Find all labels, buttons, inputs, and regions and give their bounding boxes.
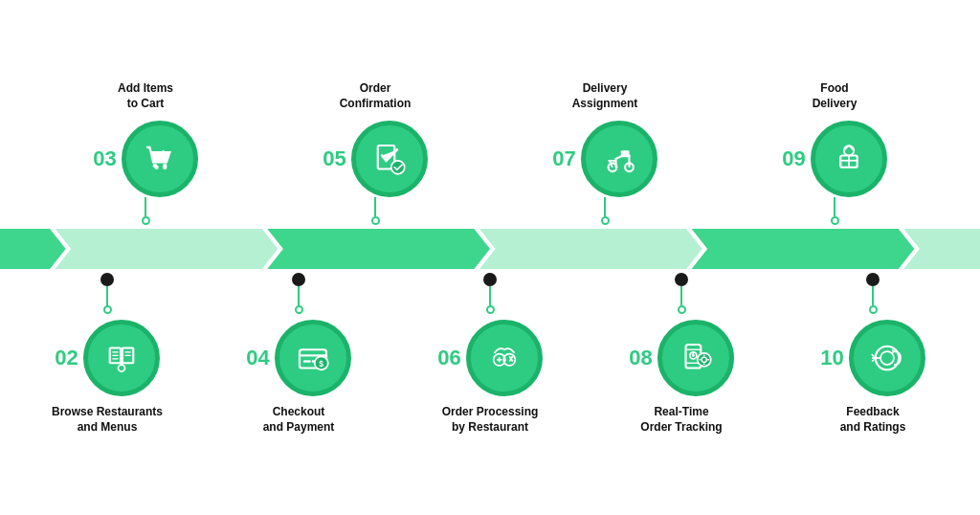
- step-2: 02 Browse Restaur: [45, 269, 169, 435]
- step-5-number: 05: [323, 148, 345, 169]
- step-7-number: 07: [552, 148, 575, 169]
- svg-marker-28: [56, 229, 278, 269]
- step-2-label: Browse Restaurants and Menus: [52, 404, 163, 435]
- step-10-label: Feedback and Ratings: [840, 404, 906, 435]
- svg-point-15: [390, 161, 404, 174]
- step-8-circle: [657, 320, 734, 396]
- step-3-label: Add Items to Cart: [118, 80, 173, 111]
- step-10-number: 10: [820, 347, 843, 369]
- step-9: Food Delivery 09: [772, 80, 897, 229]
- timeline-svg: [0, 229, 980, 269]
- step-6-circle: [466, 320, 543, 396]
- step-2-connector: [100, 273, 114, 314]
- svg-point-67: [880, 351, 894, 365]
- step-8: 08: [619, 269, 744, 435]
- step-4-connector: [292, 273, 305, 314]
- cart-icon: [140, 139, 180, 179]
- step-10: 10 Feedback and Ratings: [811, 269, 935, 435]
- step-9-connector: [831, 197, 839, 225]
- step-7-circle: [581, 121, 657, 197]
- step-7: Delivery Assignment 07: [543, 80, 667, 229]
- svg-marker-27: [0, 229, 66, 269]
- svg-marker-29: [267, 229, 490, 269]
- step-7-label: Delivery Assignment: [572, 80, 638, 111]
- step-10-connector: [866, 273, 880, 314]
- step-5: Order Confirmation 05: [313, 80, 437, 229]
- svg-text:$: $: [319, 359, 323, 369]
- diagram: User Registration and Profile Creation 0…: [0, 80, 980, 436]
- step-9-number: 09: [782, 148, 805, 169]
- step-5-label: Order Confirmation: [340, 80, 412, 111]
- step-9-label: Food Delivery: [813, 80, 858, 111]
- step-4: 04 $ Checkout and Payment: [236, 269, 361, 435]
- step-3: Add Items to Cart 03: [83, 80, 208, 229]
- step-6-number: 06: [437, 347, 460, 369]
- food-delivery-icon: [829, 139, 869, 179]
- step-2-circle: [83, 320, 160, 396]
- step-3-connector: [142, 197, 150, 225]
- step-6-label: Order Processing by Restaurant: [442, 404, 539, 435]
- svg-point-40: [118, 365, 124, 371]
- step-5-connector: [371, 197, 380, 225]
- step-3-number: 03: [93, 148, 116, 169]
- svg-marker-31: [692, 229, 915, 269]
- step-6-connector: [483, 273, 497, 314]
- order-confirm-icon: [369, 139, 410, 179]
- step-4-number: 04: [246, 347, 269, 369]
- step-2-number: 02: [55, 347, 78, 369]
- svg-point-19: [843, 146, 854, 156]
- step-5-circle: [351, 121, 428, 197]
- svg-marker-30: [479, 229, 702, 269]
- processing-icon: [484, 338, 524, 378]
- delivery-icon: [599, 139, 639, 179]
- svg-marker-32: [903, 229, 980, 269]
- step-3-circle: [122, 121, 198, 197]
- svg-point-59: [692, 354, 695, 357]
- feedback-icon: [867, 338, 907, 378]
- step-8-number: 08: [629, 347, 652, 369]
- step-9-circle: [811, 121, 887, 197]
- tracking-icon: [676, 338, 716, 378]
- timeline-bar: [0, 229, 980, 269]
- svg-point-12: [152, 164, 156, 168]
- step-7-connector: [601, 197, 610, 225]
- step-8-label: Real-Time Order Tracking: [640, 404, 722, 435]
- step-8-connector: [675, 273, 688, 314]
- step-6: 06 Order Processing by Restaurant: [428, 269, 552, 435]
- step-4-circle: $: [275, 320, 351, 396]
- svg-rect-18: [620, 150, 629, 157]
- step-4-label: Checkout and Payment: [263, 404, 335, 435]
- payment-icon: $: [293, 338, 333, 378]
- svg-point-13: [163, 164, 167, 168]
- step-10-circle: [849, 320, 925, 396]
- browse-icon: [101, 338, 142, 378]
